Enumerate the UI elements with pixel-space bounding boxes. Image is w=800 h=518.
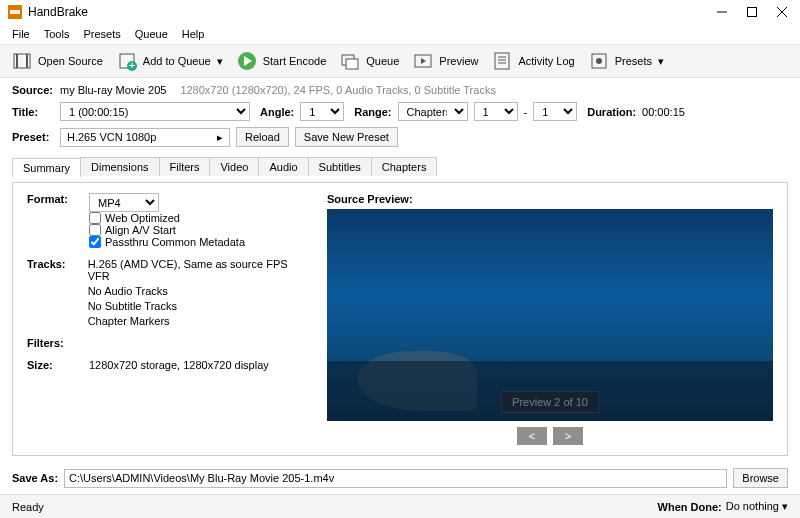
tab-video[interactable]: Video xyxy=(209,157,259,176)
align-av-checkbox[interactable] xyxy=(89,224,101,236)
preview-image: Preview 2 of 10 xyxy=(327,209,773,421)
preset-label: Preset: xyxy=(12,131,54,143)
source-meta: 1280x720 (1280x720), 24 FPS, 0 Audio Tra… xyxy=(180,84,496,96)
range-type-select[interactable]: Chapters xyxy=(398,102,468,121)
menu-tools[interactable]: Tools xyxy=(38,26,76,42)
source-preview-label: Source Preview: xyxy=(327,193,773,205)
film-icon xyxy=(12,51,32,71)
source-label: Source: xyxy=(12,84,54,96)
source-name: my Blu-ray Movie 205 xyxy=(60,84,166,96)
size-value: 1280x720 storage, 1280x720 display xyxy=(89,359,269,371)
browse-button[interactable]: Browse xyxy=(733,468,788,488)
range-label: Range: xyxy=(354,106,391,118)
minimize-button[interactable] xyxy=(716,6,728,18)
preview-button[interactable]: Preview xyxy=(409,49,482,73)
queue-button[interactable]: Queue xyxy=(336,49,403,73)
tab-filters[interactable]: Filters xyxy=(159,157,211,176)
chevron-down-icon: ▾ xyxy=(217,55,223,68)
format-select[interactable]: MP4 xyxy=(89,193,159,212)
chevron-down-icon: ▾ xyxy=(658,55,664,68)
tab-subtitles[interactable]: Subtitles xyxy=(308,157,372,176)
save-path-input[interactable] xyxy=(64,469,727,488)
format-label: Format: xyxy=(27,193,81,212)
duration-value: 00:00:15 xyxy=(642,106,685,118)
web-optimized-checkbox[interactable] xyxy=(89,212,101,224)
menu-help[interactable]: Help xyxy=(176,26,211,42)
statusbar: Ready When Done: Do nothing ▾ xyxy=(0,494,800,518)
preview-icon xyxy=(413,51,433,71)
svg-text:+: + xyxy=(129,59,135,71)
save-as-label: Save As: xyxy=(12,472,58,484)
presets-icon xyxy=(589,51,609,71)
preview-prev-button[interactable]: < xyxy=(517,427,547,445)
reload-button[interactable]: Reload xyxy=(236,127,289,147)
preset-select[interactable]: H.265 VCN 1080p ▸ xyxy=(60,128,230,147)
toolbar: Open Source + Add to Queue ▾ Start Encod… xyxy=(0,45,800,78)
when-done-select[interactable]: Do nothing ▾ xyxy=(726,500,788,513)
angle-label: Angle: xyxy=(260,106,294,118)
passthru-checkbox[interactable] xyxy=(89,236,101,248)
preview-next-button[interactable]: > xyxy=(553,427,583,445)
window-title: HandBrake xyxy=(28,5,716,19)
filters-label: Filters: xyxy=(27,337,81,349)
track-line: No Subtitle Tracks xyxy=(88,300,307,312)
close-button[interactable] xyxy=(776,6,788,18)
queue-icon xyxy=(340,51,360,71)
add-queue-button[interactable]: + Add to Queue ▾ xyxy=(113,49,227,73)
tab-audio[interactable]: Audio xyxy=(258,157,308,176)
status-text: Ready xyxy=(12,501,44,513)
duration-label: Duration: xyxy=(587,106,636,118)
svg-rect-8 xyxy=(26,54,28,68)
play-icon xyxy=(237,51,257,71)
menu-presets[interactable]: Presets xyxy=(77,26,126,42)
activity-log-button[interactable]: Activity Log xyxy=(488,49,578,73)
track-line: H.265 (AMD VCE), Same as source FPS VFR xyxy=(88,258,307,282)
when-done-label: When Done: xyxy=(658,501,722,513)
menu-queue[interactable]: Queue xyxy=(129,26,174,42)
titlebar: HandBrake xyxy=(0,0,800,24)
svg-rect-7 xyxy=(16,54,18,68)
add-queue-icon: + xyxy=(117,51,137,71)
title-select[interactable]: 1 (00:00:15) xyxy=(60,102,250,121)
range-to-select[interactable]: 1 xyxy=(533,102,577,121)
title-label: Title: xyxy=(12,106,54,118)
maximize-button[interactable] xyxy=(746,6,758,18)
tracks-label: Tracks: xyxy=(27,258,80,327)
svg-marker-17 xyxy=(421,58,426,64)
menubar: File Tools Presets Queue Help xyxy=(0,24,800,45)
tab-summary[interactable]: Summary xyxy=(12,158,81,177)
tab-dimensions[interactable]: Dimensions xyxy=(80,157,159,176)
angle-select[interactable]: 1 xyxy=(300,102,344,121)
svg-point-23 xyxy=(596,58,602,64)
range-from-select[interactable]: 1 xyxy=(474,102,518,121)
app-icon xyxy=(8,5,22,19)
save-preset-button[interactable]: Save New Preset xyxy=(295,127,398,147)
tab-body: Format: MP4 Web Optimized Align A/V Star… xyxy=(12,182,788,456)
chevron-right-icon: ▸ xyxy=(217,131,223,144)
svg-rect-18 xyxy=(495,53,509,69)
size-label: Size: xyxy=(27,359,81,371)
tab-strip: Summary Dimensions Filters Video Audio S… xyxy=(12,157,788,176)
presets-button[interactable]: Presets ▾ xyxy=(585,49,668,73)
open-source-button[interactable]: Open Source xyxy=(8,49,107,73)
svg-rect-3 xyxy=(748,8,757,17)
range-dash: - xyxy=(524,106,528,118)
preview-badge: Preview 2 of 10 xyxy=(501,391,599,413)
track-line: Chapter Markers xyxy=(88,315,307,327)
track-line: No Audio Tracks xyxy=(88,285,307,297)
tab-chapters[interactable]: Chapters xyxy=(371,157,438,176)
log-icon xyxy=(492,51,512,71)
svg-rect-15 xyxy=(346,59,358,69)
start-encode-button[interactable]: Start Encode xyxy=(233,49,331,73)
svg-rect-1 xyxy=(10,10,20,14)
menu-file[interactable]: File xyxy=(6,26,36,42)
